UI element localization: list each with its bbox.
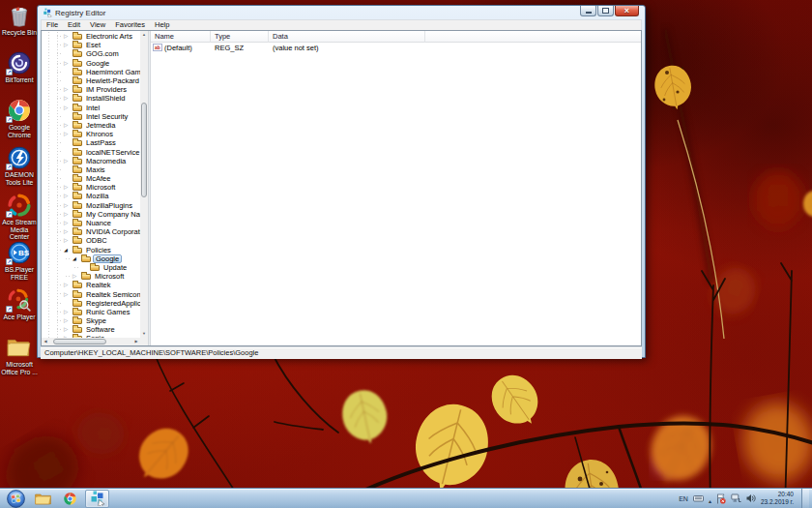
tree-item-update[interactable]: Update	[42, 263, 140, 272]
tree-vertical-scrollbar[interactable]: ▲ ▼	[140, 31, 148, 338]
tree-item-khronos[interactable]: Khronos	[42, 130, 140, 138]
collapse-arrow-icon[interactable]	[72, 254, 81, 263]
tree-item-software[interactable]: Software	[42, 325, 140, 334]
expand-arrow-icon[interactable]	[64, 85, 72, 94]
minimize-button[interactable]	[580, 6, 596, 16]
expand-arrow-icon[interactable]	[64, 316, 72, 325]
language-indicator[interactable]: EN	[679, 495, 688, 502]
taskbar-explorer-button[interactable]	[31, 490, 55, 508]
tree-item-mozillaplugins[interactable]: MozillaPlugins	[42, 201, 140, 210]
desktop-icon-daemon-tools[interactable]: DAEMON Tools Lite	[0, 144, 39, 192]
tree-item-odbc[interactable]: ODBC	[42, 236, 140, 245]
menu-edit[interactable]: Edit	[63, 20, 85, 30]
desktop-icon-recycle-bin[interactable]: Recycle Bin	[0, 2, 39, 49]
tree-item-gog-com[interactable]: GOG.com	[42, 49, 140, 58]
tree-item-eset[interactable]: Eset	[42, 41, 140, 49]
tree-item-lastpass[interactable]: LastPass	[42, 138, 140, 147]
network-icon[interactable]	[731, 493, 741, 503]
tree-item-realtek-semicond[interactable]: Realtek Semicond	[42, 289, 140, 298]
tree-item-microsoft[interactable]: Microsoft	[42, 272, 140, 281]
tree-item-skype[interactable]: Skype	[42, 316, 140, 325]
start-button[interactable]	[4, 490, 28, 508]
tree-item-realtek[interactable]: Realtek	[42, 281, 140, 289]
expand-arrow-icon[interactable]	[64, 130, 72, 138]
tree-item-nvidia-corporatio[interactable]: NVIDIA Corporatio	[42, 227, 140, 236]
expand-arrow-icon[interactable]	[64, 94, 72, 103]
expand-arrow-icon[interactable]	[64, 32, 72, 41]
desktop-icon-bsplayer[interactable]: BS BS.Player FREE	[0, 239, 39, 286]
expand-arrow-icon[interactable]	[64, 210, 72, 219]
menu-favorites[interactable]: Favorites	[110, 20, 150, 30]
desktop-icon-ace-stream[interactable]: Ace Stream Media Center	[0, 192, 39, 239]
column-header-type[interactable]: Type	[211, 31, 269, 43]
scroll-down-icon[interactable]: ▼	[140, 330, 148, 338]
tree-item-macromedia[interactable]: Macromedia	[42, 157, 140, 165]
action-center-flag-icon[interactable]	[716, 493, 726, 504]
tree-item-hewlett-packard[interactable]: Hewlett-Packard	[42, 76, 140, 85]
expand-arrow-icon[interactable]	[64, 308, 72, 316]
restore-button[interactable]	[597, 6, 614, 16]
tree-item-my-company-nam[interactable]: My Company Nam	[42, 210, 140, 219]
column-header-name[interactable]: Name	[151, 31, 211, 43]
expand-arrow-icon[interactable]	[64, 41, 72, 49]
collapse-arrow-icon[interactable]	[64, 246, 72, 254]
taskbar-regedit-button[interactable]	[85, 490, 109, 508]
expand-arrow-icon[interactable]	[72, 272, 81, 281]
desktop-icon-google-chrome[interactable]: Google Chrome	[0, 97, 39, 144]
menu-file[interactable]: File	[42, 20, 63, 30]
tree-item-policies[interactable]: Policies	[42, 246, 140, 254]
desktop-icon-bittorrent[interactable]: BitTorrent	[0, 49, 39, 97]
expand-arrow-icon[interactable]	[64, 157, 72, 165]
expand-arrow-icon[interactable]	[64, 236, 72, 245]
tree-item-registeredapplica[interactable]: RegisteredApplica	[42, 299, 140, 308]
expand-arrow-icon[interactable]	[64, 183, 72, 192]
tree-item-intel[interactable]: Intel	[42, 104, 140, 112]
tree-item-intel-security[interactable]: Intel Security	[42, 112, 140, 121]
scroll-left-icon[interactable]: ◀	[42, 338, 49, 345]
tree-item-microsoft[interactable]: Microsoft	[42, 183, 140, 192]
tree-item-mozilla[interactable]: Mozilla	[42, 192, 140, 200]
tree-item-maxis[interactable]: Maxis	[42, 165, 140, 174]
scroll-up-icon[interactable]: ▲	[140, 31, 148, 39]
expand-arrow-icon[interactable]	[64, 59, 72, 68]
desktop-icon-ace-player[interactable]: Ace Player	[0, 286, 39, 334]
expand-arrow-icon[interactable]	[64, 227, 72, 236]
tree-item-localnetservice[interactable]: localNETService	[42, 147, 140, 156]
show-desktop-button[interactable]	[801, 489, 809, 508]
tree-item-installshield[interactable]: InstallShield	[42, 94, 140, 103]
tree-item-electronic-arts[interactable]: Electronic Arts	[42, 32, 140, 41]
tree-item-runic-games[interactable]: Runic Games	[42, 308, 140, 316]
column-header-data[interactable]: Data	[269, 31, 425, 43]
expand-arrow-icon[interactable]	[64, 290, 72, 299]
close-button[interactable]	[615, 6, 639, 16]
taskbar-chrome-button[interactable]	[58, 490, 82, 508]
expand-arrow-icon[interactable]	[64, 281, 72, 289]
volume-icon[interactable]	[746, 493, 756, 503]
expand-arrow-icon[interactable]	[64, 192, 72, 200]
value-row-default[interactable]: ab (Default) REG_SZ (value not set)	[151, 43, 641, 52]
expand-arrow-icon[interactable]	[64, 325, 72, 334]
tree-item-mcafee[interactable]: McAfee	[42, 174, 140, 183]
tree-horizontal-scrollbar[interactable]: ◀ ▶	[42, 338, 140, 345]
horizontal-scroll-thumb[interactable]	[53, 339, 106, 344]
tree-item-haemimont-gam[interactable]: Haemimont Gam	[42, 68, 140, 76]
title-bar[interactable]: Registry Editor	[41, 6, 642, 19]
vertical-scroll-thumb[interactable]	[141, 103, 147, 197]
show-hidden-icons-button[interactable]	[709, 490, 711, 507]
tree-item-google[interactable]: Google	[42, 59, 140, 68]
taskbar: EN	[0, 488, 812, 508]
keyboard-icon[interactable]	[693, 494, 704, 502]
tree-item-nuance[interactable]: Nuance	[42, 219, 140, 227]
menu-view[interactable]: View	[85, 20, 110, 30]
menu-help[interactable]: Help	[150, 20, 174, 30]
scroll-right-icon[interactable]: ▶	[132, 338, 140, 345]
clock[interactable]: 20:40 23.2.2019 г.	[761, 491, 794, 506]
desktop-icon-microsoft-office[interactable]: Microsoft Office Pro ...	[0, 334, 39, 381]
expand-arrow-icon[interactable]	[64, 219, 72, 227]
tree-item-im-providers[interactable]: IM Providers	[42, 85, 140, 94]
expand-arrow-icon[interactable]	[64, 201, 72, 210]
expand-arrow-icon[interactable]	[64, 121, 72, 130]
expand-arrow-icon[interactable]	[64, 104, 72, 112]
tree-item-jetmedia[interactable]: Jetmedia	[42, 121, 140, 130]
tree-item-google[interactable]: Google	[42, 254, 140, 263]
